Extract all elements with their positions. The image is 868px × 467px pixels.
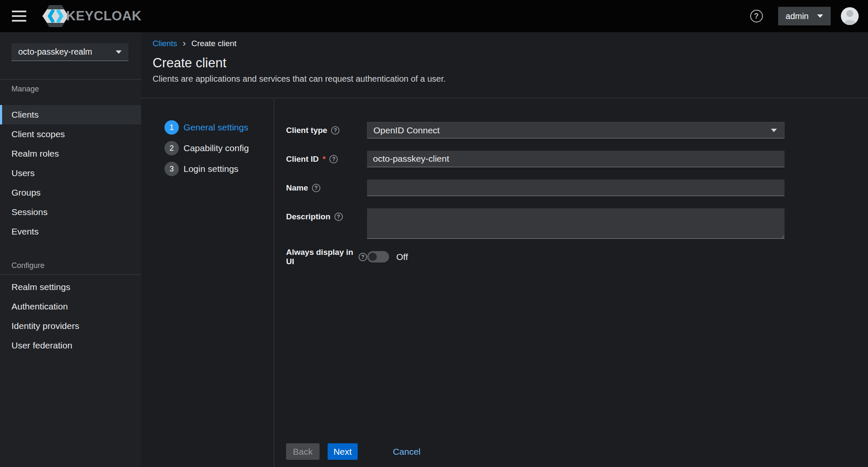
client-id-label-group: Client ID * ? [286, 151, 367, 167]
required-indicator: * [323, 155, 326, 164]
next-button[interactable]: Next [328, 443, 358, 460]
wizard-nav: 1 General settings 2 Capability config 3… [141, 98, 274, 467]
description-label-group: Description ? [286, 208, 367, 225]
sidebar-item-groups[interactable]: Groups [0, 183, 141, 202]
sidebar-nav-list-configure: Realm settings Authentication Identity p… [0, 275, 141, 355]
wizard-step-general-settings[interactable]: 1 General settings [164, 120, 274, 135]
always-display-toggle[interactable] [367, 251, 389, 263]
back-button[interactable]: Back [286, 443, 320, 460]
sidebar-divider [0, 79, 141, 80]
wizard-actions: Back Next Cancel [286, 443, 420, 460]
chevron-right-icon: › [183, 39, 186, 48]
avatar-head-icon [846, 10, 853, 17]
cancel-link[interactable]: Cancel [393, 447, 420, 457]
wizard-step-capability-config[interactable]: 2 Capability config [164, 141, 274, 155]
always-display-label: Always display in UI [286, 248, 355, 266]
page-subtitle: Clients are applications and services th… [153, 73, 857, 84]
chevron-down-icon [116, 50, 122, 54]
wizard-step-login-settings[interactable]: 3 Login settings [164, 162, 274, 176]
wizard-content: 1 General settings 2 Capability config 3… [141, 98, 868, 467]
help-glyph: ? [754, 12, 759, 21]
realm-selector[interactable]: octo-passkey-realm [11, 43, 128, 61]
help-icon[interactable]: ? [359, 253, 367, 261]
toggle-state-label: Off [396, 252, 408, 262]
client-id-input[interactable] [367, 151, 785, 167]
user-menu-button[interactable]: admin [778, 7, 831, 25]
sidebar-item-label: Sessions [11, 207, 47, 217]
sidebar-section-configure: Configure Realm settings Authentication … [0, 257, 141, 355]
sidebar-item-label: User federation [11, 340, 72, 351]
sidebar-item-label: Users [11, 168, 35, 178]
general-settings-form: Client type ? OpenID Connect Client ID *… [274, 98, 868, 467]
page-header: Clients › Create client Create client Cl… [141, 32, 868, 98]
keycloak-logo: KEYCLOAK [42, 4, 142, 28]
step-number-badge: 1 [164, 120, 179, 135]
sidebar-item-label: Identity providers [11, 321, 79, 331]
sidebar-item-label: Events [11, 227, 39, 237]
help-icon[interactable]: ? [329, 155, 338, 163]
step-label: General settings [184, 122, 248, 133]
masthead: KEYCLOAK ? admin [0, 0, 868, 32]
keycloak-logo-icon [42, 4, 70, 28]
toggle-knob [369, 253, 377, 261]
sidebar-item-sessions[interactable]: Sessions [0, 202, 141, 222]
sidebar-item-label: Realm settings [11, 282, 70, 292]
sidebar-heading-manage: Manage [0, 85, 141, 102]
always-display-toggle-group: Off [367, 251, 785, 263]
name-label-group: Name ? [286, 180, 367, 196]
sidebar-item-users[interactable]: Users [0, 163, 141, 183]
help-glyph: ? [361, 254, 364, 260]
form-row-always-display: Always display in UI ? Off [286, 251, 785, 263]
sidebar-item-client-scopes[interactable]: Client scopes [0, 124, 141, 144]
client-id-label: Client ID [286, 155, 319, 164]
help-glyph: ? [314, 185, 318, 191]
sidebar-item-label: Client scopes [11, 129, 65, 139]
sidebar-item-authentication[interactable]: Authentication [0, 297, 141, 316]
realm-selector-value: octo-passkey-realm [18, 47, 92, 57]
chevron-down-icon [771, 129, 777, 132]
page-title: Create client [153, 55, 857, 72]
step-label: Capability config [184, 143, 249, 153]
sidebar-item-user-federation[interactable]: User federation [0, 336, 141, 355]
always-display-label-group: Always display in UI ? [286, 251, 367, 263]
description-textarea[interactable] [367, 208, 785, 239]
step-number-badge: 3 [164, 162, 179, 176]
sidebar-item-realm-settings[interactable]: Realm settings [0, 277, 141, 297]
help-glyph: ? [337, 213, 340, 220]
sidebar-item-label: Authentication [11, 301, 68, 312]
sidebar-item-realm-roles[interactable]: Realm roles [0, 144, 141, 163]
sidebar-item-label: Groups [11, 188, 41, 198]
client-type-label-group: Client type ? [286, 122, 367, 138]
sidebar-nav-list-manage: Clients Client scopes Realm roles Users … [0, 102, 141, 241]
breadcrumb-current: Create client [191, 38, 236, 49]
form-row-client-id: Client ID * ? [286, 151, 785, 167]
sidebar-item-identity-providers[interactable]: Identity providers [0, 316, 141, 336]
help-icon[interactable]: ? [331, 126, 339, 135]
help-glyph: ? [334, 127, 337, 133]
sidebar-section-manage: Manage Clients Client scopes Realm roles… [0, 85, 141, 241]
form-row-name: Name ? [286, 180, 785, 196]
client-type-label: Client type [286, 126, 327, 135]
help-icon[interactable]: ? [312, 184, 320, 192]
help-glyph: ? [332, 156, 335, 162]
nav-toggle-hamburger-icon[interactable] [12, 11, 26, 22]
sidebar-heading-configure: Configure [0, 257, 141, 274]
step-number-badge: 2 [164, 141, 179, 155]
form-row-client-type: Client type ? OpenID Connect [286, 122, 785, 138]
breadcrumb-link-clients[interactable]: Clients [153, 38, 177, 49]
client-type-select[interactable]: OpenID Connect [367, 122, 785, 138]
sidebar: octo-passkey-realm Manage Clients Client… [0, 32, 141, 467]
name-input[interactable] [367, 180, 785, 196]
avatar-body-icon [844, 20, 856, 25]
step-label: Login settings [184, 164, 239, 174]
help-icon[interactable]: ? [750, 10, 763, 22]
description-label: Description [286, 212, 331, 221]
sidebar-item-clients[interactable]: Clients [0, 105, 141, 124]
help-icon[interactable]: ? [334, 213, 343, 221]
breadcrumb: Clients › Create client [153, 38, 857, 49]
user-menu-label: admin [786, 11, 809, 21]
avatar[interactable] [841, 7, 859, 25]
sidebar-item-events[interactable]: Events [0, 222, 141, 241]
chevron-down-icon [817, 14, 823, 18]
sidebar-item-label: Clients [11, 110, 39, 120]
